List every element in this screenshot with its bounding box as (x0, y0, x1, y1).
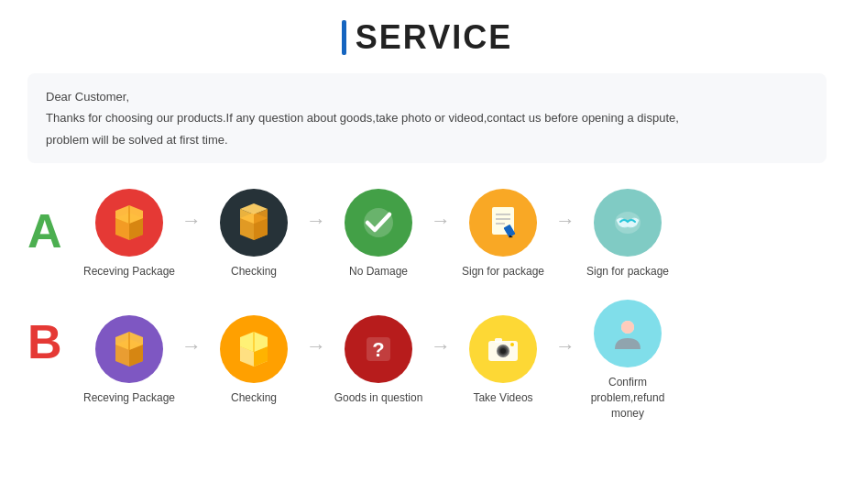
svg-text:?: ? (372, 338, 384, 361)
flow-icon-b-refund (594, 300, 662, 367)
flow-arrow: → (181, 209, 202, 233)
flow-b-section: B Receving Package→ Checking→ ? Goods in… (27, 300, 827, 421)
flow-item-a-sign1: Sign for package (453, 189, 553, 279)
svg-point-36 (510, 343, 514, 346)
flow-a-section: A Receving Package→ Checking→ No Damage→… (27, 189, 827, 279)
notice-box: Dear Customer, Thanks for choosing our p… (27, 73, 827, 163)
flow-label-a-nodamage: No Damage (349, 264, 408, 279)
flow-icon-b-check (220, 315, 288, 383)
flow-item-a-check: Checking (203, 189, 304, 279)
svg-rect-35 (495, 338, 502, 343)
flow-label-a-sign2: Sign for package (586, 264, 669, 279)
flow-icon-b-video (469, 315, 537, 383)
flow-b-label: B (27, 318, 73, 366)
flow-item-a-nodamage: No Damage (328, 189, 429, 279)
flow-label-b-receive: Receving Package (83, 390, 175, 406)
flow-icon-a-sign2 (594, 189, 662, 257)
notice-line1: Dear Customer, (46, 86, 808, 107)
flow-item-b-refund: Confirm problem,refund money (577, 300, 678, 421)
flow-item-a-sign2: Sign for package (577, 189, 678, 279)
flow-item-b-check: Checking (203, 315, 304, 406)
flow-a-items: Receving Package→ Checking→ No Damage→ S… (79, 189, 827, 279)
flow-icon-b-question: ? (345, 315, 412, 383)
notice-line3: problem will be solved at first time. (46, 129, 808, 150)
flow-label-b-refund: Confirm problem,refund money (577, 375, 678, 421)
flow-label-a-sign1: Sign for package (462, 264, 544, 279)
notice-line2: Thanks for choosing our products.If any … (46, 107, 808, 128)
flow-arrow: → (555, 209, 575, 233)
flow-arrow: → (181, 334, 202, 358)
title-text: SERVICE (356, 18, 512, 57)
flow-label-a-receive: Receving Package (83, 264, 175, 279)
flow-icon-a-sign1 (469, 189, 537, 257)
flow-label-b-video: Take Videos (473, 390, 532, 406)
flow-arrow: → (555, 334, 575, 358)
flow-arrow: → (431, 334, 451, 358)
flow-icon-b-receive (95, 315, 163, 383)
flow-label-b-question: Goods in question (334, 390, 423, 406)
title-accent-bar (342, 20, 346, 55)
flow-arrow: → (306, 334, 326, 358)
svg-point-34 (500, 348, 506, 354)
flow-a-label: A (27, 207, 73, 255)
page-title: SERVICE (27, 18, 827, 57)
flow-icon-a-nodamage (345, 189, 412, 257)
flow-b-items: Receving Package→ Checking→ ? Goods in q… (79, 300, 827, 421)
flow-label-b-check: Checking (231, 390, 277, 406)
flow-item-b-video: Take Videos (453, 315, 553, 406)
flow-arrow: → (306, 209, 326, 233)
flow-icon-a-check (220, 189, 288, 257)
flow-item-b-receive: Receving Package (79, 315, 180, 406)
flow-item-a-receive: Receving Package (79, 189, 180, 279)
flow-item-b-question: ? Goods in question (328, 315, 429, 406)
flow-icon-a-receive (95, 189, 163, 257)
flow-arrow: → (431, 209, 451, 233)
flow-label-a-check: Checking (231, 264, 277, 279)
